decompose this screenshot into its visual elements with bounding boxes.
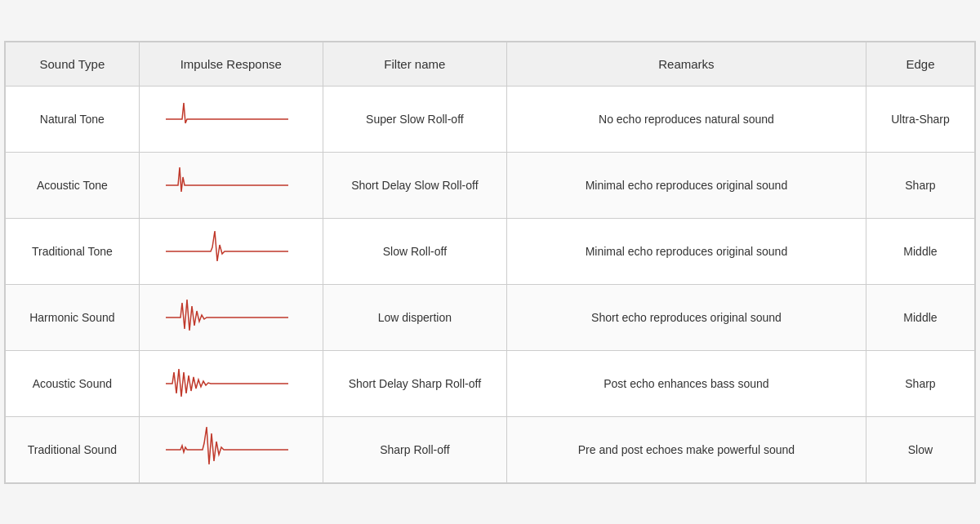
cell-sound-type: Traditional Tone [6,218,140,284]
cell-filter-name: Short Delay Sharp Roll-off [323,350,506,416]
cell-sound-type: Harmonic Sound [6,284,140,350]
table-row: Natural Tone Super Slow Roll-offNo echo … [6,86,975,152]
table-row: Acoustic Tone Short Delay Slow Roll-offM… [6,152,975,218]
cell-edge: Sharp [866,152,974,218]
cell-remarks: Pre and post echoes make powerful sound [506,416,866,482]
table-row: Harmonic Sound Low dispertionShort echo … [6,284,975,350]
header-remarks: Reamarks [506,42,866,86]
cell-filter-name: Slow Roll-off [323,218,506,284]
cell-sound-type: Natural Tone [6,86,140,152]
header-filter: Filter name [323,42,506,86]
cell-edge: Middle [866,284,974,350]
cell-impulse-response [139,284,323,350]
table-body: Natural Tone Super Slow Roll-offNo echo … [6,86,975,482]
cell-filter-name: Sharp Roll-off [323,416,506,482]
cell-sound-type: Traditional Sound [6,416,140,482]
main-table-wrapper: Sound Type Impulse Response Filter name … [4,41,976,484]
cell-sound-type: Acoustic Tone [6,152,140,218]
cell-impulse-response [139,218,323,284]
table-row: Traditional Sound Sharp Roll-offPre and … [6,416,975,482]
cell-remarks: Short echo reproduces original sound [506,284,866,350]
cell-edge: Middle [866,218,974,284]
cell-remarks: Post echo enhances bass sound [506,350,866,416]
sound-table: Sound Type Impulse Response Filter name … [5,42,975,483]
cell-edge: Sharp [866,350,974,416]
header-impulse: Impulse Response [139,42,323,86]
cell-remarks: No echo reproduces natural sound [506,86,866,152]
table-row: Traditional Tone Slow Roll-offMinimal ec… [6,218,975,284]
table-header-row: Sound Type Impulse Response Filter name … [6,42,975,86]
cell-remarks: Minimal echo reproduces original sound [506,152,866,218]
cell-sound-type: Acoustic Sound [6,350,140,416]
cell-impulse-response [139,350,323,416]
cell-filter-name: Short Delay Slow Roll-off [323,152,506,218]
cell-edge: Ultra-Sharp [866,86,974,152]
cell-impulse-response [139,416,323,482]
cell-impulse-response [139,152,323,218]
cell-edge: Slow [866,416,974,482]
header-sound-type: Sound Type [6,42,140,86]
cell-remarks: Minimal echo reproduces original sound [506,218,866,284]
header-edge: Edge [866,42,974,86]
cell-filter-name: Low dispertion [323,284,506,350]
cell-impulse-response [139,86,323,152]
table-row: Acoustic Sound Short Delay Sharp Roll-of… [6,350,975,416]
cell-filter-name: Super Slow Roll-off [323,86,506,152]
